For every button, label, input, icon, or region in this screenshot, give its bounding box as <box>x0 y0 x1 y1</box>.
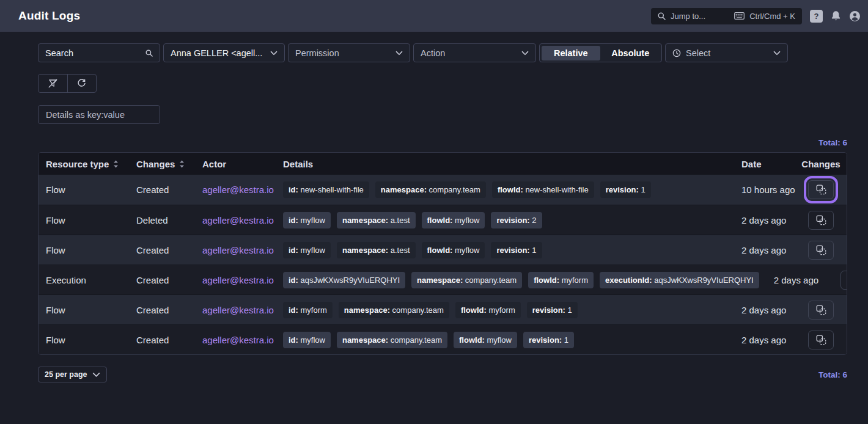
header-label: Details <box>283 159 313 169</box>
cell-details: id: myflownamespace: company.teamflowId:… <box>276 332 734 348</box>
view-changes-button[interactable] <box>808 211 834 230</box>
cell-date: 2 days ago <box>767 275 828 285</box>
jump-to-placeholder: Jump to... <box>671 12 705 21</box>
cell-details: id: myformnamespace: company.teamflowId:… <box>276 302 734 318</box>
detail-badge: id: new-shell-with-file <box>283 181 369 198</box>
table-body: Flow Created ageller@kestra.io id: new-s… <box>39 175 847 354</box>
cell-resource-type: Flow <box>39 245 129 255</box>
details-filter-placeholder: Details as key:value <box>46 110 125 120</box>
cell-resource-type: Flow <box>39 185 129 195</box>
actor-link[interactable]: ageller@kestra.io <box>202 215 274 225</box>
details-filter-input[interactable]: Details as key:value <box>38 105 160 124</box>
details-badges: id: myflownamespace: a.testflowId: myflo… <box>283 212 727 228</box>
date-range-dropdown[interactable]: Select <box>665 43 788 62</box>
detail-badge: namespace: company.team <box>339 302 449 318</box>
header-actor: Actor <box>195 159 276 169</box>
detail-badge: id: aqsJwKXwsR9yVIuERQHYI <box>283 272 405 288</box>
cell-details: id: aqsJwKXwsR9yVIuERQHYInamespace: comp… <box>276 272 767 288</box>
jump-to-search[interactable]: Jump to... Ctrl/Cmd + K <box>651 8 802 24</box>
topbar: Audit Logs Jump to... Ctrl/Cmd + K ? <box>0 0 868 32</box>
header-resource-type[interactable]: Resource type <box>39 159 129 169</box>
detail-badge: namespace: a.test <box>337 212 416 228</box>
action-filter-dropdown[interactable]: Action <box>413 43 536 62</box>
cell-details: id: new-shell-with-filenamespace: compan… <box>276 181 734 198</box>
table-row: Flow Deleted ageller@kestra.io id: myflo… <box>39 205 847 235</box>
cell-actor: ageller@kestra.io <box>195 215 276 225</box>
details-badges: id: myflownamespace: company.teamflowId:… <box>283 332 727 348</box>
view-changes-button[interactable] <box>840 271 847 290</box>
detail-badge: namespace: company.team <box>337 332 447 348</box>
details-badges: id: new-shell-with-filenamespace: compan… <box>283 181 727 198</box>
actor-link[interactable]: ageller@kestra.io <box>202 245 274 255</box>
audit-logs-page: Search Anna GELLER <agell... Permission … <box>38 43 847 382</box>
cell-actor: ageller@kestra.io <box>195 275 276 285</box>
actor-link[interactable]: ageller@kestra.io <box>202 305 274 315</box>
chevron-down-icon <box>395 51 403 56</box>
absolute-toggle[interactable]: Absolute <box>601 46 660 60</box>
filter-off-icon <box>48 78 58 89</box>
diff-changes-icon <box>816 215 826 225</box>
help-button[interactable]: ? <box>810 10 823 23</box>
actor-link[interactable]: ageller@kestra.io <box>202 185 274 195</box>
cell-changes-action <box>795 241 847 260</box>
details-badges: id: myformnamespace: company.teamflowId:… <box>283 302 727 318</box>
question-mark-icon: ? <box>814 12 819 21</box>
chevron-down-icon <box>773 51 781 56</box>
diff-changes-icon <box>816 185 826 195</box>
total-count-bottom: Total: 6 <box>818 370 847 379</box>
cell-change-type: Deleted <box>129 215 195 225</box>
cell-details: id: myflownamespace: a.testflowId: myflo… <box>276 242 734 258</box>
cell-resource-type: Flow <box>39 215 129 225</box>
details-badges: id: aqsJwKXwsR9yVIuERQHYInamespace: comp… <box>283 272 759 288</box>
cell-date: 2 days ago <box>734 245 795 255</box>
search-icon <box>145 49 153 57</box>
cell-change-type: Created <box>129 185 195 195</box>
date-range-placeholder: Select <box>686 48 710 58</box>
permission-filter-dropdown[interactable]: Permission <box>288 43 410 62</box>
user-menu-button[interactable] <box>849 10 861 22</box>
table-row: Flow Created ageller@kestra.io id: myflo… <box>39 324 847 354</box>
notifications-button[interactable] <box>831 10 841 21</box>
audit-logs-table: Resource type Changes Actor Details Date <box>38 152 847 355</box>
detail-badge: revision: 1 <box>491 242 542 258</box>
cell-change-type: Created <box>129 245 195 255</box>
table-row: Execution Created ageller@kestra.io id: … <box>39 265 847 294</box>
topbar-actions: Jump to... Ctrl/Cmd + K ? <box>651 8 861 24</box>
diff-changes-icon <box>816 335 826 345</box>
chevron-down-icon <box>521 51 529 56</box>
detail-badge: revision: 1 <box>523 332 574 348</box>
actor-link[interactable]: ageller@kestra.io <box>202 335 274 345</box>
detail-badge: flowId: myflow <box>422 212 485 228</box>
total-count-top: Total: 6 <box>38 138 847 147</box>
user-filter-value: Anna GELLER <agell... <box>171 48 262 58</box>
details-badges: id: myflownamespace: a.testflowId: myflo… <box>283 242 727 258</box>
header-label: Actor <box>202 159 226 169</box>
jump-to-shortcut: Ctrl/Cmd + K <box>749 12 795 21</box>
cell-details: id: myflownamespace: a.testflowId: myflo… <box>276 212 734 228</box>
refresh-button[interactable] <box>68 75 97 92</box>
clock-icon <box>672 49 681 57</box>
relative-toggle[interactable]: Relative <box>542 46 600 60</box>
search-input[interactable]: Search <box>38 43 160 62</box>
clear-filters-button[interactable] <box>39 75 68 92</box>
view-changes-button[interactable] <box>808 331 834 349</box>
detail-badge: namespace: a.test <box>337 242 416 258</box>
per-page-dropdown[interactable]: 25 per page <box>38 367 107 382</box>
header-date: Date <box>734 159 795 169</box>
detail-badge: revision: 1 <box>600 181 651 198</box>
cell-date: 2 days ago <box>734 335 795 345</box>
user-filter-dropdown[interactable]: Anna GELLER <agell... <box>163 43 285 62</box>
cell-date: 2 days ago <box>734 215 795 225</box>
pagination-bar: 25 per page Total: 6 <box>38 367 847 382</box>
detail-badge: id: myflow <box>283 332 331 348</box>
view-changes-button[interactable] <box>808 180 834 199</box>
sort-icon <box>113 160 119 168</box>
detail-badge: id: myform <box>283 302 333 318</box>
diff-changes-icon <box>816 305 826 315</box>
actor-link[interactable]: ageller@kestra.io <box>202 275 274 285</box>
view-changes-button[interactable] <box>808 241 834 260</box>
header-changes[interactable]: Changes <box>129 159 195 169</box>
cell-actor: ageller@kestra.io <box>195 335 276 345</box>
detail-badge: flowId: myform <box>455 302 521 318</box>
view-changes-button[interactable] <box>808 301 834 320</box>
